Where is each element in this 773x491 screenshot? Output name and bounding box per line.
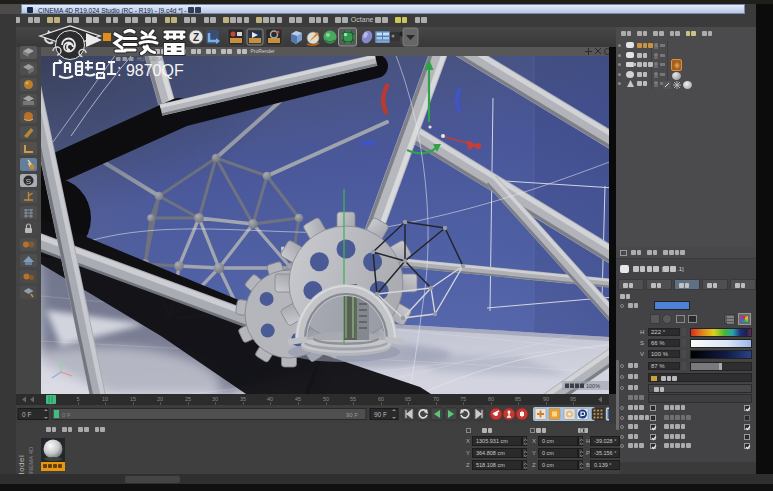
svg-text:85: 85 — [515, 396, 521, 402]
svg-text:65: 65 — [405, 396, 411, 402]
svg-text:95: 95 — [570, 396, 576, 402]
svg-text:50: 50 — [323, 396, 329, 402]
svg-text:40: 40 — [267, 396, 273, 402]
svg-text:60: 60 — [378, 396, 384, 402]
svg-text:20: 20 — [157, 396, 163, 402]
svg-text:45: 45 — [295, 396, 301, 402]
svg-text:5: 5 — [76, 396, 79, 402]
svg-text:90 F: 90 F — [346, 412, 358, 418]
svg-text:: 9870QF: : 9870QF — [117, 62, 184, 79]
svg-text:30: 30 — [212, 396, 218, 402]
svg-text:25: 25 — [185, 396, 191, 402]
svg-text:70: 70 — [433, 396, 439, 402]
svg-text:S: S — [26, 177, 31, 186]
svg-text:100%: 100% — [586, 383, 600, 389]
svg-text:90 F: 90 F — [374, 411, 387, 418]
svg-text:15: 15 — [130, 396, 136, 402]
svg-text:55: 55 — [350, 396, 356, 402]
svg-text:0 F: 0 F — [22, 411, 31, 418]
svg-text:0 F: 0 F — [62, 412, 71, 418]
svg-text:10: 10 — [102, 396, 108, 402]
svg-text:35: 35 — [240, 396, 246, 402]
svg-text:80: 80 — [488, 396, 494, 402]
svg-text:75: 75 — [460, 396, 466, 402]
svg-text:90: 90 — [543, 396, 549, 402]
